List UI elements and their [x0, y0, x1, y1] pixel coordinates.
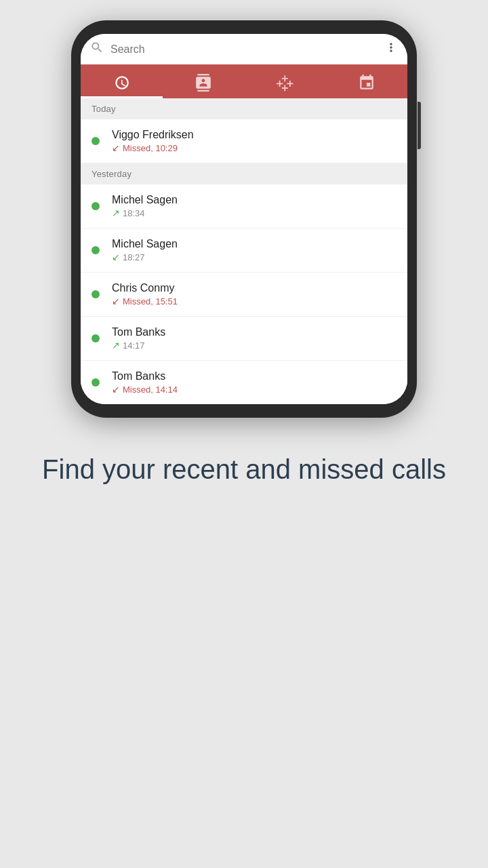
search-icon — [90, 41, 104, 58]
call-info: Viggo Fredriksen ↙ Missed, 10:29 — [112, 129, 396, 153]
incoming-call-icon: ↙ — [112, 252, 120, 262]
promo-heading: Find your recent and missed calls — [42, 452, 446, 487]
online-dot — [92, 246, 100, 254]
call-info: Tom Banks ↙ Missed, 14:14 — [112, 370, 396, 395]
missed-call-icon: ↙ — [112, 296, 120, 307]
search-input[interactable] — [110, 43, 378, 56]
call-time: 14:17 — [123, 340, 145, 351]
phone-screen: Today Viggo Fredriksen ↙ Missed, 10:29 Y… — [81, 34, 407, 404]
call-info: Michel Sagen ↙ 18:27 — [112, 238, 396, 262]
missed-call-icon: ↙ — [112, 142, 120, 153]
tab-bar — [81, 64, 407, 98]
search-bar — [81, 34, 407, 64]
call-time: Missed, 10:29 — [123, 143, 178, 153]
call-item-michel-2[interactable]: Michel Sagen ↙ 18:27 — [81, 229, 407, 273]
caller-name: Viggo Fredriksen — [112, 129, 396, 141]
call-info: Tom Banks ↗ 14:17 — [112, 326, 396, 351]
tab-contacts[interactable] — [163, 64, 245, 98]
call-info: Chris Conmy ↙ Missed, 15:51 — [112, 282, 396, 307]
call-detail: ↙ Missed, 10:29 — [112, 142, 396, 153]
online-dot — [92, 290, 100, 298]
call-item-chris[interactable]: Chris Conmy ↙ Missed, 15:51 — [81, 273, 407, 317]
caller-name: Michel Sagen — [112, 238, 396, 250]
caller-name: Tom Banks — [112, 370, 396, 382]
call-item-tom-2[interactable]: Tom Banks ↙ Missed, 14:14 — [81, 361, 407, 404]
call-time: 18:27 — [123, 252, 145, 262]
phone-shell: Today Viggo Fredriksen ↙ Missed, 10:29 Y… — [71, 20, 417, 418]
caller-name: Michel Sagen — [112, 194, 396, 206]
call-info: Michel Sagen ↗ 18:34 — [112, 194, 396, 218]
call-time: Missed, 15:51 — [123, 296, 178, 307]
call-detail: ↙ Missed, 14:14 — [112, 384, 396, 395]
tab-recents[interactable] — [81, 64, 163, 98]
section-header-yesterday: Yesterday — [81, 163, 407, 184]
tab-dialpad[interactable] — [244, 64, 326, 98]
missed-call-icon: ↙ — [112, 384, 120, 395]
call-time: Missed, 14:14 — [123, 384, 178, 395]
caller-name: Chris Conmy — [112, 282, 396, 294]
more-options-icon[interactable] — [384, 41, 398, 58]
online-dot — [92, 137, 100, 145]
promo-section: Find your recent and missed calls — [15, 418, 473, 514]
call-time: 18:34 — [123, 208, 145, 218]
call-detail: ↗ 14:17 — [112, 340, 396, 351]
tab-history[interactable] — [326, 64, 408, 98]
call-detail: ↗ 18:34 — [112, 208, 396, 218]
outgoing-call-icon: ↗ — [112, 340, 120, 351]
call-item-michel-1[interactable]: Michel Sagen ↗ 18:34 — [81, 184, 407, 229]
online-dot — [92, 202, 100, 210]
outgoing-call-icon: ↗ — [112, 208, 120, 218]
caller-name: Tom Banks — [112, 326, 396, 338]
section-header-today: Today — [81, 98, 407, 119]
online-dot — [92, 334, 100, 342]
call-detail: ↙ Missed, 15:51 — [112, 296, 396, 307]
call-item-tom-1[interactable]: Tom Banks ↗ 14:17 — [81, 317, 407, 361]
call-detail: ↙ 18:27 — [112, 252, 396, 262]
call-item-viggo[interactable]: Viggo Fredriksen ↙ Missed, 10:29 — [81, 119, 407, 163]
online-dot — [92, 378, 100, 387]
call-list: Today Viggo Fredriksen ↙ Missed, 10:29 Y… — [81, 98, 407, 404]
